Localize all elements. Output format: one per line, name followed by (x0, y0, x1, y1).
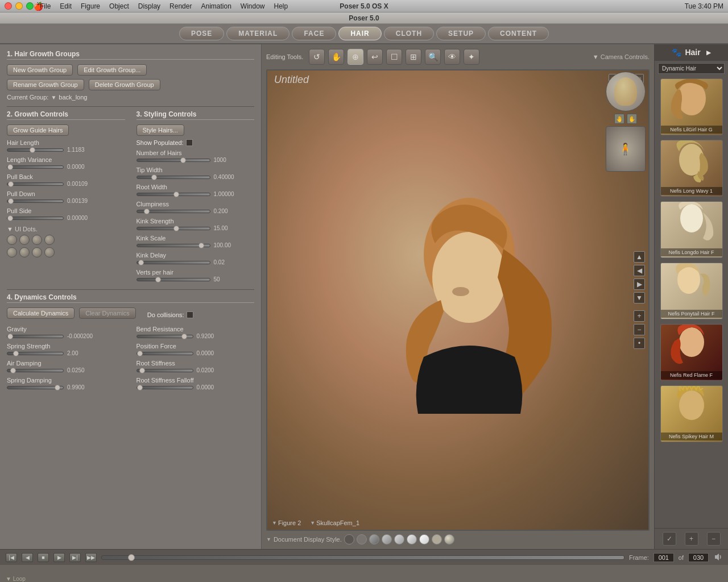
air-damping-slider[interactable] (7, 369, 64, 372)
ds-dot-5[interactable] (394, 534, 404, 544)
clumpiness-slider[interactable] (136, 210, 210, 213)
ds-dot-8[interactable] (432, 534, 442, 544)
rename-growth-group-button[interactable]: Rename Growth Group (7, 79, 84, 90)
pull-down-slider[interactable] (7, 199, 64, 203)
length-variance-slider[interactable] (7, 165, 64, 169)
menu-render[interactable]: Render (169, 2, 192, 10)
menu-object[interactable]: Object (109, 2, 129, 10)
current-group-dropdown-icon[interactable]: ▼ (51, 94, 56, 101)
play-next-button[interactable]: ▶| (69, 553, 81, 562)
gravity-slider[interactable] (7, 335, 64, 338)
figure-selector[interactable]: ▼ Figure 2 (272, 519, 301, 526)
delete-growth-group-button[interactable]: Delete Growth Group (89, 79, 160, 90)
ds-dot-4[interactable] (382, 534, 392, 544)
tool-zoom[interactable]: 🔍 (425, 49, 441, 65)
ui-dot-7[interactable] (32, 247, 42, 257)
root-width-slider[interactable] (136, 193, 210, 196)
menu-display[interactable]: Display (138, 2, 160, 10)
kink-strength-slider[interactable] (136, 227, 210, 230)
tool-translate[interactable]: ⊕ (348, 49, 363, 65)
tool-rotate[interactable]: ↺ (309, 49, 325, 65)
check-icon[interactable]: ✓ (663, 532, 676, 546)
nav-btn-dot[interactable]: • (634, 338, 645, 349)
ui-dot-3[interactable] (32, 235, 42, 245)
nav-btn-2[interactable]: ◀ (634, 265, 645, 276)
menu-figure[interactable]: Figure (81, 2, 100, 10)
num-hairs-slider[interactable] (136, 159, 210, 162)
ds-dot-active[interactable] (444, 534, 454, 544)
ui-dot-4[interactable] (44, 235, 55, 245)
play-prev-button[interactable]: ◀ (22, 553, 33, 562)
show-populated-checkbox[interactable] (186, 139, 193, 146)
nav-btn-4[interactable]: ▼ (634, 292, 645, 304)
ui-dot-5[interactable] (7, 247, 17, 257)
hair-thumb-2[interactable]: Nefis Long Wavy 1 (660, 140, 723, 197)
tab-hair[interactable]: HAIR (338, 27, 381, 40)
hair-length-slider[interactable] (7, 148, 64, 152)
grow-guide-hairs-button[interactable]: Grow Guide Hairs (7, 124, 69, 136)
menu-animation[interactable]: Animation (201, 2, 231, 10)
hair-thumb-3[interactable]: Nefis Longdo Hair F (660, 201, 723, 258)
tool-star[interactable]: ✦ (464, 49, 479, 65)
tool-eye[interactable]: 👁 (444, 49, 460, 65)
new-growth-group-button[interactable]: New Growth Group (7, 64, 73, 76)
hair-panel-arrow[interactable]: ▶ (706, 49, 711, 56)
kink-scale-slider[interactable] (136, 244, 210, 247)
current-frame-input[interactable] (653, 553, 674, 562)
play-end-button[interactable]: ▶▶ (85, 553, 97, 562)
pull-side-slider[interactable] (7, 217, 64, 220)
bend-resistance-slider[interactable] (136, 335, 193, 338)
hair-thumb-4[interactable]: Nefis Ponytail Hair F (660, 263, 723, 319)
dynamic-hair-select[interactable]: Dynamic Hair (658, 63, 725, 74)
do-collisions-checkbox[interactable] (187, 311, 193, 318)
style-hairs-button[interactable]: Style Hairs... (136, 124, 184, 136)
ui-dot-6[interactable] (19, 247, 30, 257)
ui-dot-8[interactable] (44, 247, 55, 257)
tab-setup[interactable]: SETUP (436, 27, 486, 40)
verts-per-hair-slider[interactable] (136, 278, 210, 281)
menu-edit[interactable]: Edit (60, 2, 72, 10)
tab-material[interactable]: MATERIAL (226, 27, 289, 40)
hand-right-icon[interactable]: ✋ (627, 114, 637, 124)
nav-btn-zoom-out[interactable]: − (634, 324, 645, 335)
clear-dynamics-button[interactable]: Clear Dynamics (79, 307, 136, 319)
tab-pose[interactable]: POSE (179, 27, 224, 40)
spring-strength-slider[interactable] (7, 352, 64, 355)
ui-dot-2[interactable] (19, 235, 30, 245)
ds-dot-6[interactable] (407, 534, 417, 544)
tip-width-slider[interactable] (136, 176, 210, 179)
speaker-icon[interactable] (713, 552, 722, 563)
nav-btn-3[interactable]: ▶ (634, 278, 645, 290)
play-play-button[interactable]: ▶ (53, 553, 65, 562)
menu-file[interactable]: File (40, 2, 51, 10)
ds-dot-7[interactable] (419, 534, 429, 544)
play-start-button[interactable]: |◀ (6, 553, 17, 562)
hand-left-icon[interactable]: 🤚 (614, 114, 624, 124)
close-button[interactable] (5, 2, 12, 10)
menu-window[interactable]: Window (241, 2, 265, 10)
tool-group[interactable]: ⊞ (406, 49, 421, 65)
hair-thumb-5[interactable]: Nefis Red Flame F (660, 324, 723, 381)
plus-icon[interactable]: + (685, 532, 698, 546)
tool-hand[interactable]: ✋ (328, 49, 344, 65)
tab-face[interactable]: FACE (292, 27, 336, 40)
hair-thumb-6[interactable]: Nefis Spikey Hair M (660, 385, 723, 442)
edit-growth-group-button[interactable]: Edit Growth Group... (77, 64, 147, 76)
root-stiffness-falloff-slider[interactable] (136, 386, 193, 389)
play-stop-button[interactable]: ■ (38, 553, 49, 562)
kink-delay-slider[interactable] (136, 261, 210, 264)
ds-dot-2[interactable] (357, 534, 367, 544)
nav-btn-1[interactable]: ▲ (634, 251, 645, 263)
tab-cloth[interactable]: CLOTH (384, 27, 434, 40)
nav-btn-zoom-in[interactable]: + (634, 310, 645, 322)
spring-damping-slider[interactable] (7, 386, 64, 389)
hair-thumb-1[interactable]: Nefis LilGirl Hair G (660, 78, 723, 135)
timeline-slider[interactable] (101, 555, 624, 560)
total-frames-input[interactable] (688, 553, 709, 562)
menu-help[interactable]: Help (274, 2, 288, 10)
ui-dot-1[interactable] (7, 235, 17, 245)
tab-content[interactable]: CONTENT (488, 27, 549, 40)
ds-dot-3[interactable] (369, 534, 379, 544)
pull-back-slider[interactable] (7, 182, 64, 186)
window-controls[interactable] (5, 2, 34, 10)
